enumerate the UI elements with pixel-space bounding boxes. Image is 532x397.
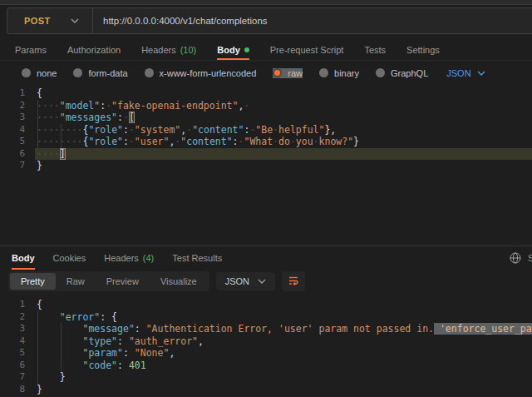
code-line[interactable]: 5 "param": "None", <box>0 347 532 360</box>
response-language-dropdown[interactable]: JSON <box>216 272 275 290</box>
code-line[interactable]: 4········{"role":·"system",·"content":·"… <box>0 124 532 136</box>
wrap-line-icon <box>287 274 300 290</box>
chevron-down-icon <box>71 18 79 23</box>
method-label: POST <box>24 16 51 26</box>
response-tabs: Body Cookies Headers(4) Test Results S <box>0 246 532 270</box>
tab-params[interactable]: Params <box>15 39 47 60</box>
view-switcher: Pretty Raw Preview Visualize <box>8 271 209 291</box>
request-body-editor[interactable]: 1{2····"model":·"fake-openai-endpoint",·… <box>0 85 532 246</box>
code-line[interactable]: 3 "message": "Authentication Error, 'use… <box>0 323 532 335</box>
response-headers-count: (4) <box>143 253 154 263</box>
chevron-down-icon <box>477 71 485 76</box>
view-visualize[interactable]: Visualize <box>150 273 208 290</box>
view-pretty[interactable]: Pretty <box>10 273 56 290</box>
code-line[interactable]: 5········{"role":·"user",·"content":·"Wh… <box>0 136 532 148</box>
chevron-down-icon <box>258 279 266 284</box>
raw-language-dropdown[interactable]: JSON <box>446 68 485 78</box>
code-line[interactable]: 6 "code": 401 <box>0 360 532 372</box>
view-raw[interactable]: Raw <box>56 273 96 290</box>
response-toolbar: Pretty Raw Preview Visualize JSON <box>0 270 532 296</box>
radio-selected-icon <box>273 68 282 77</box>
tab-body[interactable]: Body <box>217 39 249 60</box>
tab-pre-request-script[interactable]: Pre-request Script <box>270 39 344 60</box>
postman-window: { "colors": { "accent_orange": "#ff6c37"… <box>0 0 532 397</box>
radio-x-www-form-urlencoded[interactable]: x-www-form-urlencoded <box>145 68 257 78</box>
headers-count: (10) <box>180 45 197 55</box>
request-tabs: Params Authorization Headers(10) Body Pr… <box>0 39 532 61</box>
code-line[interactable]: 6····] <box>0 148 532 161</box>
method-selector[interactable]: POST <box>7 16 92 26</box>
response-tab-cookies[interactable]: Cookies <box>53 246 86 270</box>
tab-settings[interactable]: Settings <box>406 39 440 60</box>
code-line[interactable]: 2····"model":·"fake-openai-endpoint",· <box>0 100 532 112</box>
code-line[interactable]: 7 } <box>0 371 532 384</box>
code-line[interactable]: 1{ <box>0 299 532 311</box>
radio-form-data[interactable]: form-data <box>73 68 127 78</box>
code-line[interactable]: 1{ <box>0 87 532 100</box>
request-url-bar: POST http://0.0.0.0:4000/v1/chat/complet… <box>7 7 532 34</box>
body-type-row: none form-data x-www-form-urlencoded raw… <box>0 61 532 85</box>
tab-tests[interactable]: Tests <box>364 39 386 60</box>
wrap-line-button[interactable] <box>282 271 305 291</box>
radio-icon <box>319 68 328 77</box>
response-body-viewer[interactable]: 1{2 "error": {3 "message": "Authenticati… <box>0 296 532 395</box>
tab-authorization[interactable]: Authorization <box>67 39 121 60</box>
radio-binary[interactable]: binary <box>319 68 359 78</box>
radio-raw[interactable]: raw <box>273 68 303 78</box>
body-modified-dot-icon <box>244 47 249 52</box>
request-url-row: POST http://0.0.0.0:4000/v1/chat/complet… <box>0 5 532 39</box>
code-line[interactable]: 4 "type": "auth_error", <box>0 335 532 348</box>
radio-none[interactable]: none <box>22 68 57 78</box>
status-text-fragment: S <box>528 253 532 263</box>
radio-graphql[interactable]: GraphQL <box>376 68 428 78</box>
response-tab-test-results[interactable]: Test Results <box>172 246 222 270</box>
url-input[interactable]: http://0.0.0.0:4000/v1/chat/completions <box>93 16 268 26</box>
response-tab-headers[interactable]: Headers(4) <box>104 246 154 270</box>
code-line[interactable]: 7} <box>0 160 532 172</box>
code-line[interactable]: 8} <box>0 384 532 396</box>
radio-icon <box>22 68 31 77</box>
tab-headers[interactable]: Headers(10) <box>141 39 196 60</box>
view-preview[interactable]: Preview <box>96 273 150 290</box>
code-line[interactable]: 3····"messages":·[ <box>0 112 532 124</box>
code-line[interactable]: 2 "error": { <box>0 311 532 324</box>
radio-icon <box>73 68 82 77</box>
radio-icon <box>145 68 154 77</box>
globe-icon <box>510 252 521 265</box>
radio-icon <box>376 68 385 77</box>
response-tab-body[interactable]: Body <box>12 246 35 270</box>
